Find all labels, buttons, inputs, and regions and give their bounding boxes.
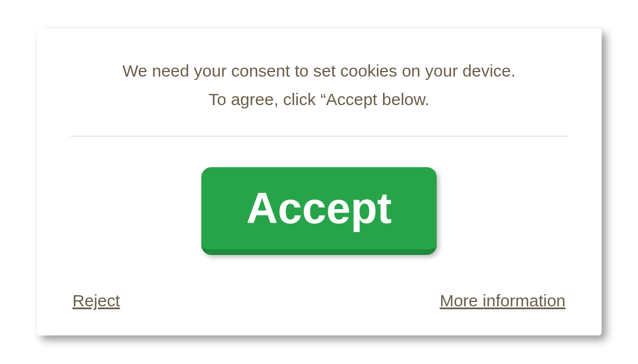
divider bbox=[70, 136, 568, 136]
links-row: Reject More information bbox=[70, 291, 568, 310]
cookie-consent-dialog: We need your consent to set cookies on y… bbox=[37, 29, 602, 335]
reject-link[interactable]: Reject bbox=[73, 291, 120, 310]
accept-button-container: Accept bbox=[70, 167, 568, 255]
more-information-link[interactable]: More information bbox=[439, 291, 565, 310]
message-line-1: We need your consent to set cookies on y… bbox=[122, 62, 516, 80]
message-line-2: To agree, click “Accept below. bbox=[209, 90, 429, 108]
accept-button[interactable]: Accept bbox=[201, 167, 436, 255]
consent-message: We need your consent to set cookies on y… bbox=[70, 56, 568, 114]
